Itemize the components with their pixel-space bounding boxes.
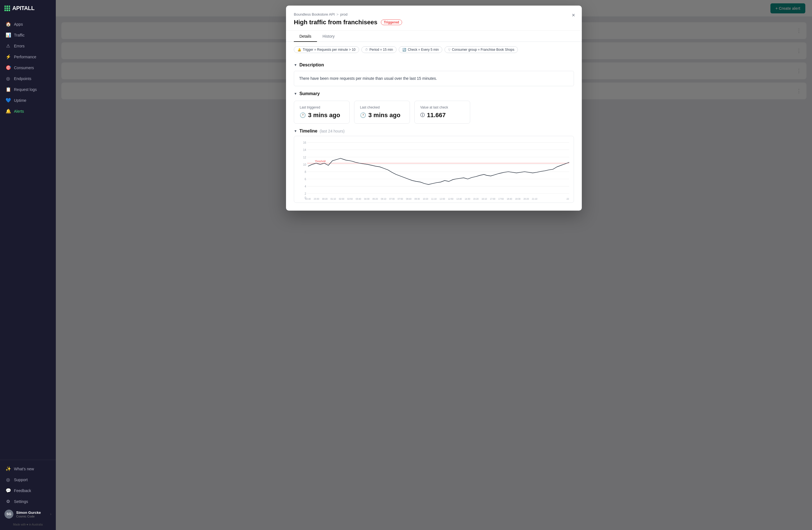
clock-icon: 🕐 [300, 112, 306, 118]
svg-text:2: 2 [305, 192, 306, 195]
svg-text:06:10: 06:10 [381, 197, 387, 200]
sidebar-logo: APITALL [0, 0, 56, 16]
sidebar-item-whatsnew[interactable]: ✨ What's new [0, 463, 56, 474]
logo-grid-icon [4, 5, 10, 11]
chart-line [308, 159, 569, 185]
svg-text:05:20: 05:20 [373, 197, 378, 200]
feedback-icon: 💬 [5, 488, 11, 493]
chevron-down-icon: ▼ [294, 63, 297, 67]
whatsnew-icon: ✨ [5, 466, 11, 471]
sidebar-item-settings[interactable]: ⚙ Settings [0, 496, 56, 507]
svg-text:13:40: 13:40 [456, 197, 462, 200]
status-badge: Triggered [381, 19, 402, 25]
svg-text:20:20: 20:20 [523, 197, 529, 200]
svg-text:07:50: 07:50 [397, 197, 403, 200]
clock-icon: 🕐 [360, 112, 366, 118]
tab-details[interactable]: Details [294, 31, 317, 42]
sidebar-item-consumers[interactable]: 🎯 Consumers [0, 62, 56, 73]
summary-cards: Last triggered 🕐 3 mins ago Last checked… [294, 101, 574, 123]
sidebar-item-requestlogs[interactable]: 📋 Request logs [0, 84, 56, 95]
svg-text:10:20: 10:20 [423, 197, 428, 200]
svg-text:23:30: 23:30 [314, 197, 319, 200]
summary-card-value-at-check: Value at last check ⓘ 11.667 [415, 101, 470, 123]
svg-text:14:30: 14:30 [465, 197, 470, 200]
sidebar-item-endpoints[interactable]: ◎ Endpoints [0, 73, 56, 84]
support-icon: ◎ [5, 477, 11, 482]
user-profile[interactable]: SG Simon Gurcke Cosmic Code › [0, 507, 56, 521]
timeline-chart: 16 14 12 10 8 6 4 2 0 Thre [294, 136, 574, 203]
clock-icon: ⏱ [365, 48, 368, 51]
svg-text:22:40: 22:40 [305, 197, 311, 200]
svg-text:08:40: 08:40 [406, 197, 411, 200]
svg-text:12:00: 12:00 [439, 197, 445, 200]
svg-text:8: 8 [305, 170, 306, 174]
svg-text:17:50: 17:50 [498, 197, 504, 200]
sidebar-bottom: ✨ What's new ◎ Support 💬 Feedback ⚙ Sett… [0, 460, 56, 530]
chevron-down-icon: ▼ [294, 129, 297, 133]
filter-consumer-group[interactable]: ▽ Consumer group = Franchise Book Shops [445, 46, 518, 53]
errors-icon: ⚠ [5, 43, 11, 48]
main-content: + Create alert ⋮ ⋮ ⋮ ⋮ Boundless Booksto… [56, 0, 812, 530]
close-button[interactable]: × [571, 11, 576, 19]
consumers-icon: 🎯 [5, 65, 11, 70]
timeline-section-header[interactable]: ▼ Timeline (last 24 hours) [294, 123, 574, 136]
svg-text:22:00: 22:00 [566, 197, 569, 200]
sidebar-item-alerts[interactable]: 🔔 Alerts [0, 106, 56, 117]
user-info: Simon Gurcke Cosmic Code [16, 511, 47, 518]
summary-card-last-triggered: Last triggered 🕐 3 mins ago [294, 101, 350, 123]
modal-title: High traffic from franchisees [294, 19, 378, 26]
modal-header: Boundless Bookstore API > prod High traf… [286, 5, 582, 31]
svg-text:12: 12 [303, 156, 306, 159]
sidebar-item-performance[interactable]: ⚡ Performance [0, 51, 56, 62]
sidebar-item-apps[interactable]: 🏠 Apps [0, 19, 56, 30]
tab-history[interactable]: History [317, 31, 340, 42]
sidebar-item-support[interactable]: ◎ Support [0, 474, 56, 485]
info-icon: ⓘ [420, 113, 425, 118]
svg-text:00:20: 00:20 [322, 197, 328, 200]
svg-text:17:00: 17:00 [490, 197, 496, 200]
endpoints-icon: ◎ [5, 76, 11, 81]
chevron-down-icon: ▼ [294, 92, 297, 96]
sidebar-item-uptime[interactable]: 💙 Uptime [0, 95, 56, 106]
summary-section-header[interactable]: ▼ Summary [294, 86, 574, 100]
summary-card-last-checked: Last checked 🕐 3 mins ago [354, 101, 410, 123]
sidebar-item-traffic[interactable]: 📊 Traffic [0, 30, 56, 41]
alert-detail-modal: Boundless Bookstore API > prod High traf… [286, 5, 582, 211]
svg-text:09:30: 09:30 [415, 197, 420, 200]
modal-overlay[interactable]: Boundless Bookstore API > prod High traf… [56, 0, 812, 530]
bell-icon: 🔔 [298, 48, 301, 51]
modal-tabs: Details History [286, 31, 582, 42]
svg-text:6: 6 [305, 178, 306, 181]
filter-icon: ▽ [448, 48, 450, 51]
filter-trigger[interactable]: 🔔 Trigger = Requests per minute > 10 [294, 46, 359, 53]
svg-text:16: 16 [303, 141, 306, 145]
svg-text:4: 4 [305, 185, 306, 188]
chevron-right-icon: › [50, 512, 51, 516]
refresh-icon: 🔄 [402, 48, 406, 51]
svg-text:10: 10 [303, 163, 306, 166]
modal-title-row: High traffic from franchisees Triggered [294, 19, 574, 26]
svg-text:03:40: 03:40 [356, 197, 361, 200]
sidebar-nav: 🏠 Apps 📊 Traffic ⚠ Errors ⚡ Performance … [0, 16, 56, 460]
filter-period[interactable]: ⏱ Period = 15 min [361, 46, 396, 53]
svg-text:02:00: 02:00 [339, 197, 345, 200]
svg-text:15:20: 15:20 [473, 197, 479, 200]
sidebar: APITALL 🏠 Apps 📊 Traffic ⚠ Errors ⚡ Perf… [0, 0, 56, 530]
sidebar-item-errors[interactable]: ⚠ Errors [0, 41, 56, 51]
filter-check[interactable]: 🔄 Check = Every 5 min [399, 46, 442, 53]
alerts-icon: 🔔 [5, 108, 11, 114]
sidebar-item-feedback[interactable]: 💬 Feedback [0, 485, 56, 496]
modal-filters: 🔔 Trigger = Requests per minute > 10 ⏱ P… [286, 42, 582, 57]
description-box: There have been more requests per minute… [294, 71, 574, 86]
traffic-icon: 📊 [5, 32, 11, 38]
description-section-header[interactable]: ▼ Description [294, 57, 574, 71]
requestlogs-icon: 📋 [5, 87, 11, 92]
svg-text:Threshold: Threshold [315, 160, 325, 163]
home-icon: 🏠 [5, 21, 11, 27]
svg-text:02:50: 02:50 [347, 197, 353, 200]
modal-body: ▼ Description There have been more reque… [286, 57, 582, 211]
svg-text:21:10: 21:10 [532, 197, 537, 200]
performance-icon: ⚡ [5, 54, 11, 59]
svg-text:01:10: 01:10 [330, 197, 336, 200]
svg-text:12:50: 12:50 [448, 197, 453, 200]
